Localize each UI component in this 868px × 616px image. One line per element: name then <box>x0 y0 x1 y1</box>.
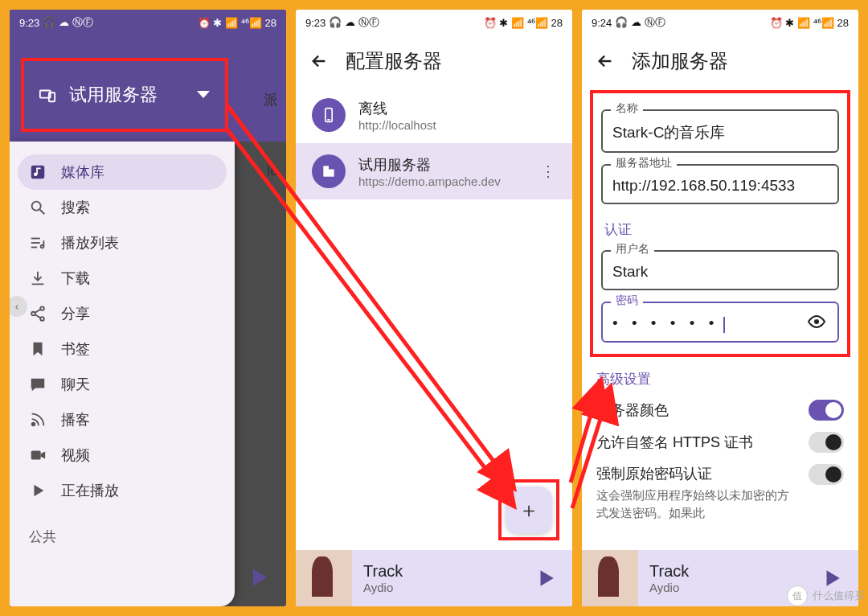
setting-label: 强制原始密码认证 <box>596 464 789 483</box>
watermark: 值 什么值得买 <box>787 585 865 606</box>
phone-screenshot-3: 9:24 🎧 ☁ ⓃⒻ ⏰ ✱ 📶 ⁴⁶📶 28 添加服务器 名称 Stark-… <box>582 10 858 606</box>
menu-item-playlist[interactable]: 播放列表 <box>18 225 227 261</box>
track-artist: Aydio <box>649 581 689 594</box>
svg-line-5 <box>40 210 45 215</box>
auth-section-label: 认证 <box>598 207 842 239</box>
now-playing-bar[interactable]: Track Aydio <box>296 550 572 606</box>
playlist-icon <box>29 234 47 252</box>
status-bar: 9:23 🎧 ☁ ⓃⒻ ⏰ ✱ 📶 ⁴⁶📶 28 <box>10 10 286 35</box>
visibility-icon[interactable] <box>807 312 826 331</box>
search-icon <box>29 199 47 216</box>
section-label-public: 公共 <box>10 508 235 554</box>
phone-screenshot-2: 9:23 🎧 ☁ ⓃⒻ ⏰ ✱ 📶 ⁴⁶📶 28 配置服务器 离线 http:/… <box>296 10 572 606</box>
menu-item-library[interactable]: 媒体库 <box>18 154 227 190</box>
name-field[interactable]: 名称 Stark-C的音乐库 <box>601 109 839 153</box>
add-server-fab[interactable]: ＋ <box>506 487 552 533</box>
server-name: 试用服务器 <box>358 155 501 175</box>
watermark-text: 什么值得买 <box>813 589 865 603</box>
menu-item-nowplaying[interactable]: 正在播放 <box>18 473 227 508</box>
menu-item-bookmark[interactable]: 书签 <box>18 331 227 367</box>
back-icon[interactable] <box>596 52 614 70</box>
track-artist: Aydio <box>363 581 403 594</box>
page-title: 添加服务器 <box>632 48 728 74</box>
chat-icon <box>29 376 47 393</box>
svg-rect-21 <box>329 170 334 177</box>
menu-item-chat[interactable]: 聊天 <box>18 367 227 402</box>
menu-label: 媒体库 <box>61 162 104 182</box>
field-label: 用户名 <box>611 242 654 257</box>
form-highlight: 名称 Stark-C的音乐库 服务器地址 http://192.168.50.1… <box>590 90 850 357</box>
password-field[interactable]: 密码 • • • • • • <box>601 302 839 343</box>
server-url: https://demo.ampache.dev <box>358 175 501 188</box>
watermark-badge: 值 <box>787 585 808 606</box>
text-cursor <box>723 317 725 333</box>
menu-label: 聊天 <box>61 375 90 394</box>
back-icon[interactable] <box>310 52 328 70</box>
status-bar: 9:23 🎧 ☁ ⓃⒻ ⏰ ✱ 📶 ⁴⁶📶 28 <box>296 10 572 35</box>
svg-line-15 <box>35 314 40 318</box>
menu-item-download[interactable]: 下载 <box>18 261 227 296</box>
play-button[interactable] <box>535 568 556 589</box>
server-name: 离线 <box>358 99 436 118</box>
field-value: Stark <box>612 263 648 280</box>
server-item-offline[interactable]: 离线 http://localhost <box>296 87 572 143</box>
background-peek: 派 <box>264 90 278 109</box>
track-title: Track <box>649 562 689 581</box>
server-selector-dropdown[interactable]: 试用服务器 <box>21 58 228 132</box>
fab-highlight: ＋ <box>498 479 559 540</box>
server-url: http://localhost <box>358 118 436 132</box>
toggle-switch[interactable] <box>809 432 844 453</box>
download-icon <box>29 269 47 287</box>
menu-item-search[interactable]: 搜索 <box>18 190 227 225</box>
menu-item-podcast[interactable]: 播客 <box>18 402 227 437</box>
track-title: Track <box>363 562 403 581</box>
server-item-demo[interactable]: 试用服务器 https://demo.ampache.dev ⋮ <box>296 143 572 199</box>
server-selector-label: 试用服务器 <box>69 84 183 105</box>
svg-rect-17 <box>31 451 41 460</box>
library-icon <box>29 163 47 181</box>
svg-line-14 <box>35 310 40 314</box>
menu-label: 正在播放 <box>61 481 119 500</box>
page-title: 配置服务器 <box>346 48 442 74</box>
field-value: Stark-C的音乐库 <box>612 124 725 141</box>
share-icon <box>29 305 47 322</box>
background-peek: le <box>267 162 278 179</box>
bookmark-icon <box>29 340 47 358</box>
toggle-switch[interactable] <box>809 400 844 421</box>
setting-label: 允许自签名 HTTPS 证书 <box>596 433 753 452</box>
svg-point-4 <box>32 202 41 211</box>
devices-icon <box>39 86 56 104</box>
building-icon <box>312 154 346 188</box>
username-field[interactable]: 用户名 Stark <box>601 250 839 290</box>
status-bar: 9:24 🎧 ☁ ⓃⒻ ⏰ ✱ 📶 ⁴⁶📶 28 <box>582 10 858 35</box>
menu-label: 搜索 <box>61 198 90 217</box>
phone-icon <box>312 98 346 132</box>
menu-label: 播客 <box>61 410 90 429</box>
address-field[interactable]: 服务器地址 http://192.168.50.119:4533 <box>601 164 839 204</box>
album-art <box>296 550 352 606</box>
toggle-switch[interactable] <box>809 464 844 485</box>
menu-label: 书签 <box>61 339 90 359</box>
menu-item-share[interactable]: 分享 <box>18 296 227 331</box>
setting-self-signed[interactable]: 允许自签名 HTTPS 证书 <box>596 421 844 453</box>
rss-icon <box>29 411 47 429</box>
chevron-down-icon <box>196 90 211 100</box>
menu-label: 视频 <box>61 446 90 465</box>
play-button[interactable] <box>248 566 270 589</box>
setting-server-color[interactable]: 服务器颜色 <box>596 388 844 421</box>
more-menu-icon[interactable]: ⋮ <box>541 162 556 180</box>
video-icon <box>29 446 47 464</box>
menu-label: 播放列表 <box>61 233 119 253</box>
menu-item-video[interactable]: 视频 <box>18 437 227 473</box>
setting-description: 这会强制应用程序始终以未加密的方式发送密码。如果此 <box>596 487 789 523</box>
album-art <box>582 550 638 606</box>
field-label: 密码 <box>611 294 643 308</box>
field-value: http://192.168.50.119:4533 <box>612 177 795 194</box>
menu-label: 分享 <box>61 304 90 323</box>
advanced-section-label: 高级设置 <box>596 357 844 388</box>
field-label: 名称 <box>611 101 643 116</box>
setting-force-password[interactable]: 强制原始密码认证 这会强制应用程序始终以未加密的方式发送密码。如果此 <box>596 453 844 523</box>
play-icon <box>29 482 47 499</box>
svg-rect-20 <box>323 166 329 176</box>
svg-point-16 <box>32 423 35 426</box>
